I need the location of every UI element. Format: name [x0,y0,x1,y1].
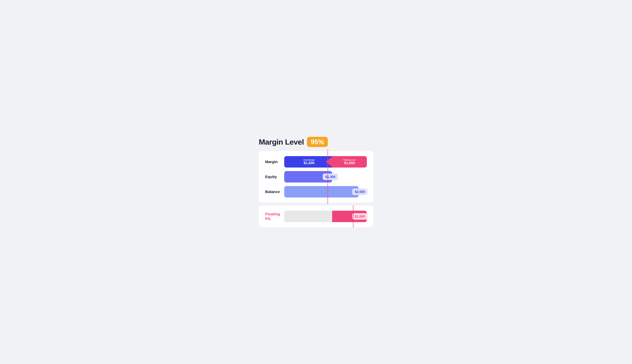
floating-pl-row: Floating P/L $1,000 [265,211,367,222]
balance-value-badge: $2,500 [352,188,367,195]
equity-value-badge: $1,300 [323,174,338,180]
equity-bar-wrapper: $1,300 [284,171,367,182]
used-margin-value: $1,500 [304,161,314,165]
balance-bar-wrapper: $2,500 [284,186,367,198]
margin-label: Margin [265,160,282,164]
balance-bar [284,186,359,198]
dashed-line-float [353,206,353,227]
main-container: Margin Level 95% Margin Used Margin $1,5… [259,137,373,227]
main-card: Margin Used Margin $1,500 Floating Loss … [259,151,373,202]
page-title: Margin Level [259,138,304,146]
used-margin-label: Used Margin [303,159,315,161]
floating-pl-bar-wrapper: $1,000 [284,211,367,222]
floating-pl-label: Floating P/L [265,212,282,221]
floating-loss-label: Floating Loss [343,159,356,161]
margin-level-badge: 95% [307,137,328,147]
balance-row: Balance $2,500 [265,186,367,198]
margin-bar-wrapper: Used Margin $1,500 Floating Loss $1,000 [284,156,367,168]
margin-row: Margin Used Margin $1,500 Floating Loss … [265,156,367,168]
equity-label: Equity [265,175,282,179]
floating-loss-value: $1,000 [344,161,355,165]
header: Margin Level 95% [259,137,373,147]
floating-loss-bar: Floating Loss $1,000 [332,156,367,168]
dashed-line [327,150,328,204]
equity-row: Equity $1,300 [265,171,367,182]
floating-pl-value-badge: $1,000 [352,213,367,220]
floating-pl-card: Floating P/L $1,000 [259,206,373,227]
balance-label: Balance [265,190,282,194]
